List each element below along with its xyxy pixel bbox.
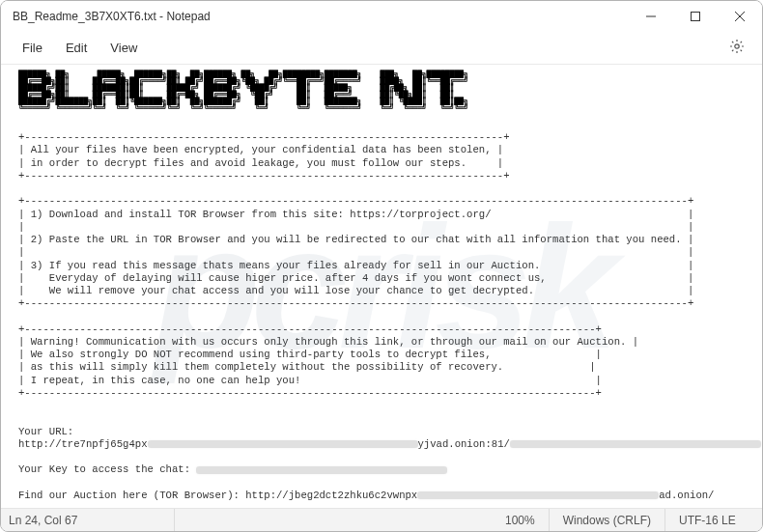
menu-edit[interactable]: Edit xyxy=(54,35,99,61)
close-button[interactable] xyxy=(718,1,762,32)
status-zoom[interactable]: 100% xyxy=(492,509,550,531)
box3-sep2: +---------------------------------------… xyxy=(18,387,602,399)
box2-l1: | 1) Download and install TOR Browser fr… xyxy=(18,209,693,220)
text-content[interactable]: +---------------------------------------… xyxy=(1,111,762,508)
window-titlebar: BB_Readme_3B7X0XT6.txt - Notepad xyxy=(1,1,762,32)
box2-l2: | | xyxy=(18,221,693,233)
box1-sep2: +---------------------------------------… xyxy=(18,170,510,182)
redacted-key xyxy=(196,466,447,474)
box3-l4: | I repeat, in this case, no one can hel… xyxy=(18,375,602,386)
box2-l6: | Everyday of delaying will cause higer … xyxy=(18,272,693,284)
status-cursor-pos: Ln 24, Col 67 xyxy=(1,509,175,531)
box3-l1: | Warning! Communication with us occurs … xyxy=(18,336,638,348)
menu-view[interactable]: View xyxy=(99,35,149,61)
status-encoding[interactable]: UTF-16 LE xyxy=(665,509,762,531)
menubar: File Edit View xyxy=(1,32,762,65)
box2-sep2: +---------------------------------------… xyxy=(18,297,693,309)
ascii-banner: ██████╗ ██╗ █████╗ ██████╗██╗ ██╗██████╗… xyxy=(1,65,762,111)
box2-sep: +---------------------------------------… xyxy=(18,195,693,207)
box3-l3: | as this will simply kill them complete… xyxy=(18,361,596,373)
box2-l4: | | xyxy=(18,246,693,258)
box2-l5: | 3) If you read this message thats mean… xyxy=(18,260,693,271)
box1-l2: | in order to decrypt files and avoid le… xyxy=(18,157,503,169)
settings-button[interactable] xyxy=(721,33,752,63)
box3-l2: | We also strongly DO NOT recommend usin… xyxy=(18,349,602,360)
redacted-url xyxy=(148,440,418,448)
editor-area[interactable]: pcrisk ██████╗ ██╗ █████╗ ██████╗██╗ ██╗… xyxy=(1,65,762,508)
box2-l7: | We will remove your chat access and yo… xyxy=(18,285,693,296)
window-title: BB_Readme_3B7X0XT6.txt - Notepad xyxy=(13,10,629,23)
svg-point-4 xyxy=(735,44,739,48)
statusbar: Ln 24, Col 67 100% Windows (CRLF) UTF-16… xyxy=(1,508,762,531)
menu-file[interactable]: File xyxy=(11,35,54,61)
url-post: yjvad.onion:81/ xyxy=(418,438,510,450)
box1-sep: +---------------------------------------… xyxy=(18,131,510,143)
box2-l3: | 2) Paste the URL in TOR Browser and yo… xyxy=(18,234,693,245)
url-pre: http://tre7npfj65g4px xyxy=(18,438,148,450)
svg-rect-1 xyxy=(692,13,700,21)
minimize-button[interactable] xyxy=(629,1,673,32)
redacted-auction xyxy=(417,491,659,499)
auction-post: ad.onion/ xyxy=(659,490,714,501)
url-label: Your URL: xyxy=(18,426,73,437)
window-controls xyxy=(629,1,762,32)
maximize-button[interactable] xyxy=(673,1,718,32)
status-line-ending[interactable]: Windows (CRLF) xyxy=(550,509,665,531)
key-label: Your Key to access the chat: xyxy=(18,463,196,475)
box1-l1: | All your files have been encrypted, yo… xyxy=(18,144,503,155)
box3-sep: +---------------------------------------… xyxy=(18,323,602,335)
auction-pre: Find our Auction here (TOR Browser): htt… xyxy=(18,490,417,501)
redacted-url-tail xyxy=(510,440,761,448)
